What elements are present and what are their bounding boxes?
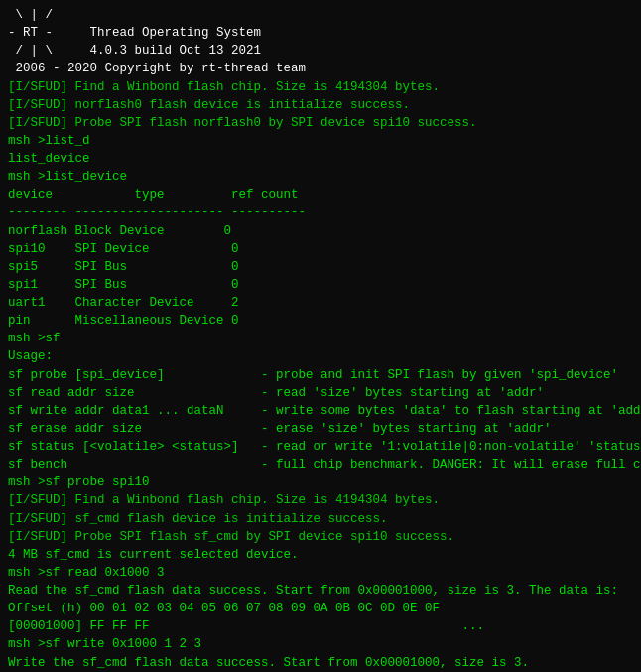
terminal-line: sf probe [spi_device] - probe and init S… bbox=[8, 366, 633, 384]
terminal-line: [I/SFUD] Find a Winbond flash chip. Size… bbox=[8, 78, 633, 96]
terminal-line: 4 MB sf_cmd is current selected device. bbox=[8, 546, 633, 564]
terminal-line: msh >sf bbox=[8, 330, 633, 347]
terminal-line: pin Miscellaneous Device 0 bbox=[8, 312, 633, 330]
terminal-line: uart1 Character Device 2 bbox=[8, 294, 633, 312]
terminal-line: msh >list_device bbox=[8, 168, 633, 186]
terminal-line: norflash Block Device 0 bbox=[8, 222, 633, 240]
terminal-line: Write the sf_cmd flash data success. Sta… bbox=[8, 654, 633, 672]
terminal-line: [00001000] FF FF FF ... bbox=[8, 617, 633, 635]
terminal-line: sf write addr data1 ... dataN - write so… bbox=[8, 402, 633, 420]
terminal-line: [I/SFUD] sf_cmd flash device is initiali… bbox=[8, 510, 633, 528]
terminal-line: [I/SFUD] Probe SPI flash norflash0 by SP… bbox=[8, 114, 633, 132]
terminal-line: - RT - Thread Operating System bbox=[8, 24, 633, 42]
terminal-line: spi1 SPI Bus 0 bbox=[8, 276, 633, 294]
terminal-line: spi5 SPI Bus 0 bbox=[8, 258, 633, 276]
terminal-line: msh >sf read 0x1000 3 bbox=[8, 564, 633, 582]
terminal-line: / | \ 4.0.3 build Oct 13 2021 bbox=[8, 42, 633, 60]
terminal-window[interactable]: \ | /- RT - Thread Operating System / | … bbox=[0, 0, 641, 672]
terminal-line: device type ref count bbox=[8, 186, 633, 203]
terminal-line: sf erase addr size - erase 'size' bytes … bbox=[8, 420, 633, 438]
terminal-line: spi10 SPI Device 0 bbox=[8, 240, 633, 258]
terminal-line: msh >sf probe spi10 bbox=[8, 473, 633, 491]
terminal-line: sf status [<volatile> <status>] - read o… bbox=[8, 438, 633, 456]
terminal-line: sf bench - full chip benchmark. DANGER: … bbox=[8, 456, 633, 473]
terminal-line: 2006 - 2020 Copyright by rt-thread team bbox=[8, 60, 633, 77]
terminal-line: \ | / bbox=[8, 6, 633, 24]
terminal-line: Offset (h) 00 01 02 03 04 05 06 07 08 09… bbox=[8, 600, 633, 617]
terminal-line: Read the sf_cmd flash data success. Star… bbox=[8, 582, 633, 600]
terminal-line: [I/SFUD] Probe SPI flash sf_cmd by SPI d… bbox=[8, 528, 633, 546]
terminal-line: Usage: bbox=[8, 347, 633, 365]
terminal-line: msh >list_d bbox=[8, 132, 633, 150]
terminal-line: [I/SFUD] norflash0 flash device is initi… bbox=[8, 96, 633, 114]
terminal-line: [I/SFUD] Find a Winbond flash chip. Size… bbox=[8, 491, 633, 509]
terminal-line: list_device bbox=[8, 150, 633, 168]
terminal-line: sf read addr size - read 'size' bytes st… bbox=[8, 384, 633, 402]
terminal-line: -------- -------------------- ---------- bbox=[8, 203, 633, 221]
terminal-line: msh >sf write 0x1000 1 2 3 bbox=[8, 635, 633, 653]
